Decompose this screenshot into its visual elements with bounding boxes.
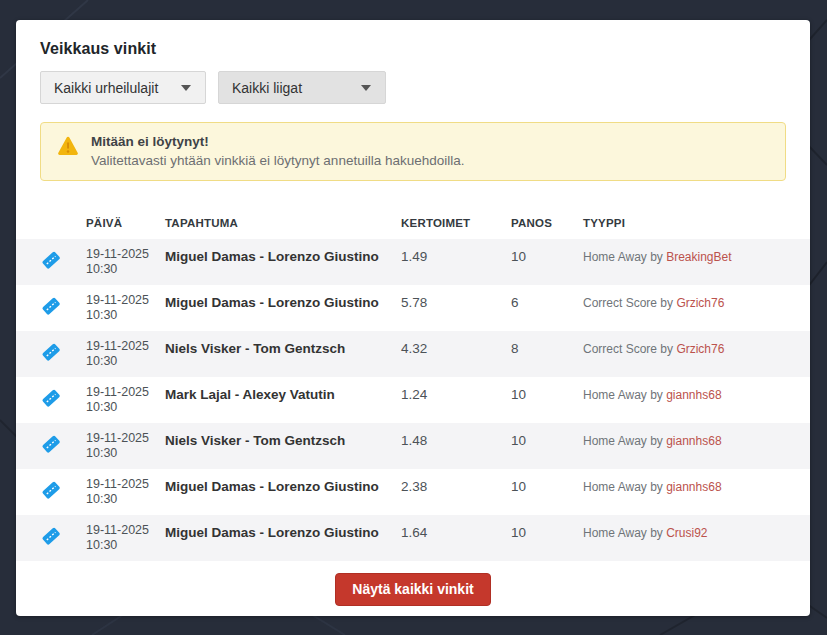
tips-table-body: 19-11-2025 10:30 Miguel Damas - Lorenzo … <box>16 239 810 561</box>
tip-event-cell: Miguel Damas - Lorenzo Giustino <box>165 515 401 561</box>
header-panos: PANOS <box>511 211 583 239</box>
tip-type-prefix: Correct Score by <box>583 342 673 356</box>
tip-type-prefix: Home Away by <box>583 526 663 540</box>
tip-icon-cell <box>16 469 86 515</box>
tip-event-cell: Miguel Damas - Lorenzo Giustino <box>165 469 401 515</box>
tip-event: Niels Visker - Tom Gentzsch <box>165 431 401 448</box>
tip-row[interactable]: 19-11-2025 10:30 Miguel Damas - Lorenzo … <box>16 469 810 515</box>
tip-type-prefix: Home Away by <box>583 480 663 494</box>
tip-type-cell: Home Away by BreakingBet <box>583 239 810 285</box>
chevron-down-icon <box>181 85 191 91</box>
tip-type-cell: Home Away by giannhs68 <box>583 377 810 423</box>
tip-odds-cell: 1.24 <box>401 377 511 423</box>
tip-odds: 1.48 <box>401 431 511 448</box>
tip-event: Miguel Damas - Lorenzo Giustino <box>165 247 401 264</box>
tip-event-cell: Niels Visker - Tom Gentzsch <box>165 331 401 377</box>
tip-stake-cell: 10 <box>511 377 583 423</box>
warning-triangle-icon <box>57 136 79 160</box>
tip-icon-cell <box>16 377 86 423</box>
tip-row[interactable]: 19-11-2025 10:30 Miguel Damas - Lorenzo … <box>16 239 810 285</box>
tip-icon-cell <box>16 285 86 331</box>
tip-icon-cell <box>16 423 86 469</box>
tip-type-prefix: Home Away by <box>583 434 663 448</box>
tip-stake: 10 <box>511 385 583 402</box>
alert-text: Mitään ei löytynyt! Valitettavasti yhtää… <box>91 134 464 168</box>
tip-date: 19-11-2025 <box>86 247 165 262</box>
tip-stake-cell: 6 <box>511 285 583 331</box>
tip-type-cell: Home Away by Crusi92 <box>583 515 810 561</box>
tip-date: 19-11-2025 <box>86 477 165 492</box>
tip-stake-cell: 10 <box>511 515 583 561</box>
tip-event-cell: Miguel Damas - Lorenzo Giustino <box>165 239 401 285</box>
tip-row[interactable]: 19-11-2025 10:30 Niels Visker - Tom Gent… <box>16 423 810 469</box>
tip-stake-cell: 8 <box>511 331 583 377</box>
tip-odds: 4.32 <box>401 339 511 356</box>
tip-date-cell: 19-11-2025 10:30 <box>86 377 165 423</box>
tip-event: Miguel Damas - Lorenzo Giustino <box>165 523 401 540</box>
tip-type-cell: Correct Score by Grzich76 <box>583 331 810 377</box>
tip-event: Miguel Damas - Lorenzo Giustino <box>165 477 401 494</box>
tips-card: Veikkaus vinkit Kaikki urheilulajit Kaik… <box>16 20 810 616</box>
tip-event: Mark Lajal - Alexey Vatutin <box>165 385 401 402</box>
tipster-link[interactable]: Grzich76 <box>676 342 724 356</box>
tip-row[interactable]: 19-11-2025 10:30 Miguel Damas - Lorenzo … <box>16 515 810 561</box>
tip-odds-cell: 5.78 <box>401 285 511 331</box>
tip-type-cell: Home Away by giannhs68 <box>583 423 810 469</box>
filter-bar: Kaikki urheilulajit Kaikki liigat <box>40 71 786 104</box>
tip-odds: 1.49 <box>401 247 511 264</box>
tip-stake: 10 <box>511 523 583 540</box>
tip-event-cell: Niels Visker - Tom Gentzsch <box>165 423 401 469</box>
ticket-icon <box>41 348 61 365</box>
league-select-value: Kaikki liigat <box>232 80 302 96</box>
tip-time: 10:30 <box>86 262 165 277</box>
league-select[interactable]: Kaikki liigat <box>218 71 386 104</box>
tip-odds: 1.64 <box>401 523 511 540</box>
header-kertoimet: KERTOIMET <box>401 211 511 239</box>
header-tapahtuma: TAPAHTUMA <box>165 211 401 239</box>
tip-date-cell: 19-11-2025 10:30 <box>86 285 165 331</box>
sport-select[interactable]: Kaikki urheilulajit <box>40 71 206 104</box>
tip-row[interactable]: 19-11-2025 10:30 Mark Lajal - Alexey Vat… <box>16 377 810 423</box>
tip-odds: 5.78 <box>401 293 511 310</box>
tip-date-cell: 19-11-2025 10:30 <box>86 239 165 285</box>
tip-date: 19-11-2025 <box>86 339 165 354</box>
tip-time: 10:30 <box>86 446 165 461</box>
tip-event-cell: Mark Lajal - Alexey Vatutin <box>165 377 401 423</box>
tip-odds: 2.38 <box>401 477 511 494</box>
tip-date: 19-11-2025 <box>86 293 165 308</box>
tip-date-cell: 19-11-2025 10:30 <box>86 515 165 561</box>
tip-time: 10:30 <box>86 538 165 553</box>
page-title: Veikkaus vinkit <box>40 40 786 58</box>
show-all-tips-button[interactable]: Näytä kaikki vinkit <box>335 573 490 606</box>
tipster-link[interactable]: giannhs68 <box>666 480 721 494</box>
ticket-icon <box>41 440 61 457</box>
tipster-link[interactable]: giannhs68 <box>666 434 721 448</box>
tip-stake-cell: 10 <box>511 469 583 515</box>
tipster-link[interactable]: Grzich76 <box>676 296 724 310</box>
tip-row[interactable]: 19-11-2025 10:30 Niels Visker - Tom Gent… <box>16 331 810 377</box>
no-results-alert: Mitään ei löytynyt! Valitettavasti yhtää… <box>40 122 786 181</box>
header-icon-spacer <box>16 211 86 239</box>
tip-type-prefix: Home Away by <box>583 388 663 402</box>
tip-icon-cell <box>16 331 86 377</box>
tip-stake: 10 <box>511 477 583 494</box>
ticket-icon <box>41 532 61 549</box>
tip-date-cell: 19-11-2025 10:30 <box>86 469 165 515</box>
alert-message: Valitettavasti yhtään vinkkiä ei löytyny… <box>91 153 464 168</box>
tip-type-cell: Home Away by giannhs68 <box>583 469 810 515</box>
tip-row[interactable]: 19-11-2025 10:30 Miguel Damas - Lorenzo … <box>16 285 810 331</box>
tipster-link[interactable]: BreakingBet <box>666 250 731 264</box>
tip-event: Niels Visker - Tom Gentzsch <box>165 339 401 356</box>
tip-stake: 6 <box>511 293 583 310</box>
tips-table-header: PÄIVÄ TAPAHTUMA KERTOIMET PANOS TYYPPI <box>16 211 810 239</box>
tip-date-cell: 19-11-2025 10:30 <box>86 423 165 469</box>
tips-table: PÄIVÄ TAPAHTUMA KERTOIMET PANOS TYYPPI 1… <box>16 211 810 561</box>
tip-stake: 10 <box>511 431 583 448</box>
header-tyyppi: TYYPPI <box>583 211 810 239</box>
sport-select-value: Kaikki urheilulajit <box>54 80 158 96</box>
tip-type-cell: Correct Score by Grzich76 <box>583 285 810 331</box>
tip-event-cell: Miguel Damas - Lorenzo Giustino <box>165 285 401 331</box>
header-paiva: PÄIVÄ <box>86 211 165 239</box>
tipster-link[interactable]: giannhs68 <box>666 388 721 402</box>
tipster-link[interactable]: Crusi92 <box>666 526 707 540</box>
